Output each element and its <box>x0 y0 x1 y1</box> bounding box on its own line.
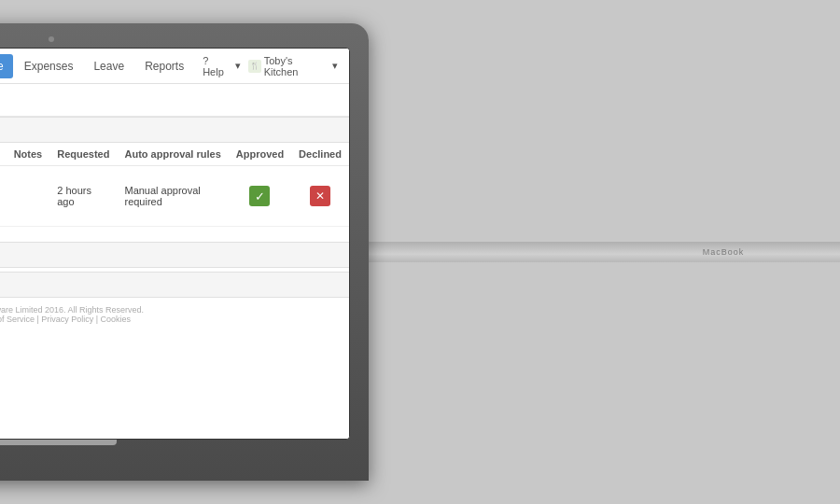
kitchen-icon: 🍴 <box>248 60 261 73</box>
pending-approval-header: Pending Approval <box>0 117 349 143</box>
laptop-camera <box>49 36 54 42</box>
laptop-shell: i iCoStaffTime Schedule Overtime Expense… <box>0 23 369 481</box>
help-button[interactable]: ? Help ▾ <box>203 55 241 77</box>
row-requested: 2 hours ago <box>49 166 117 227</box>
nav-leave[interactable]: Leave <box>84 54 133 78</box>
col-auto-approval: Auto approval rules <box>117 143 228 166</box>
row-approved-action: ✓ <box>229 166 291 227</box>
nav-right: ? Help ▾ 🍴 Toby's Kitchen ▾ <box>203 55 338 77</box>
col-notes: Notes <box>7 143 50 166</box>
col-approved: Approved <box>229 143 291 166</box>
laptop-notch <box>0 440 117 445</box>
table-row: Chloe Fox Mon, 19 Sep 18:30 Mon, 19 Sep … <box>0 166 349 227</box>
col-declined: Declined <box>291 143 349 166</box>
row-auto-approval: Manual approval required <box>117 166 228 227</box>
col-hours: Hours <box>0 143 7 166</box>
main-content: Pending Approval Name Your ref Starts En… <box>0 117 349 439</box>
app-container: i iCoStaffTime Schedule Overtime Expense… <box>0 49 349 439</box>
decline-button[interactable]: ✕ <box>310 186 330 206</box>
row-declined-action: ✕ <box>291 166 349 227</box>
row-hours: 3:30 <box>0 166 7 227</box>
cookies-link[interactable]: Cookies <box>101 315 132 324</box>
balance-header: Balance <box>0 272 349 298</box>
app-footer: © iCoSoftware Limited 2016. All Rights R… <box>0 298 349 331</box>
top-nav: i iCoStaffTime Schedule Overtime Expense… <box>0 49 349 84</box>
chevron-down-icon: ▾ <box>235 60 241 72</box>
approve-button[interactable]: ✓ <box>249 186 270 206</box>
chevron-down-icon-user: ▾ <box>332 60 338 72</box>
user-menu-button[interactable]: 🍴 Toby's Kitchen ▾ <box>248 55 338 77</box>
filter-bar: Battersea ✕ <box>0 84 349 117</box>
laptop-base: MacBook <box>341 242 840 262</box>
privacy-link[interactable]: Privacy Policy <box>41 315 93 324</box>
col-requested: Requested <box>49 143 117 166</box>
terms-link[interactable]: Terms of Service <box>0 315 35 324</box>
row-notes <box>7 166 50 227</box>
nav-reports[interactable]: Reports <box>135 54 193 78</box>
tag-filter-input[interactable] <box>0 94 338 105</box>
pending-table: Name Your ref Starts Ends Hours Notes Re… <box>0 143 349 227</box>
laptop-brand-label: MacBook <box>703 247 745 257</box>
nav-links: Schedule Overtime Expenses Leave Reports <box>0 54 193 78</box>
approvals-last-month-header: Approvals in Last Month <box>0 242 349 268</box>
nav-expenses[interactable]: Expenses <box>15 54 83 78</box>
laptop-screen: i iCoStaffTime Schedule Overtime Expense… <box>0 48 350 440</box>
nav-overtime[interactable]: Overtime <box>0 54 13 78</box>
footer-copyright: © iCoSoftware Limited 2016. All Rights R… <box>0 305 342 315</box>
footer-links: Terms of Service | Privacy Policy | Cook… <box>0 315 342 324</box>
